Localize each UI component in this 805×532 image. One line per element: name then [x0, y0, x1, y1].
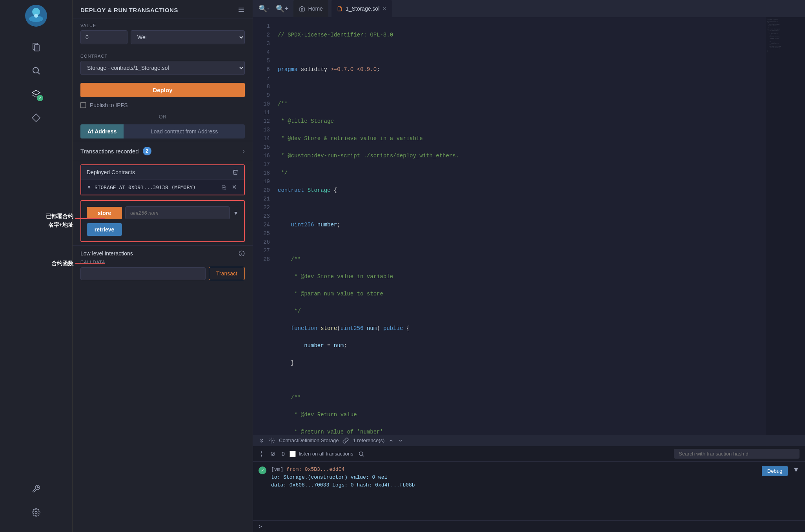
info-icon: [239, 250, 245, 257]
breadcrumb-up-icon[interactable]: [388, 438, 394, 443]
file-tab-icon: [337, 6, 342, 11]
transactions-chevron-icon: ›: [243, 148, 245, 155]
deploy-button[interactable]: Deploy: [80, 83, 245, 97]
tab-file-label: 1_Storage.sol: [346, 5, 379, 12]
terminal-expand-icon[interactable]: ⟨: [259, 449, 264, 458]
debug-button[interactable]: Debug: [762, 466, 788, 476]
terminal-content: ✓ [vm] from: 0x5B3...eddC4 to: Storage.(…: [253, 462, 805, 520]
terminal-search-icon: [358, 451, 364, 457]
svg-point-15: [359, 452, 362, 455]
svg-point-14: [271, 440, 273, 441]
log-from: from: 0x5B3...eddC4: [286, 466, 344, 472]
calldata-label: CALLDATA: [80, 260, 245, 264]
svg-rect-5: [35, 45, 39, 51]
tab-file[interactable]: 1_Storage.sol ✕: [331, 0, 392, 17]
code-editor[interactable]: // SPDX-License-Identifier: GPL-3.0 prag…: [275, 17, 766, 435]
deploy-panel-title: DEPLOY & RUN TRANSACTIONS: [80, 7, 178, 13]
terminal-toolbar: ⟨ ⊘ 0 listen on all transactions: [253, 446, 805, 462]
contract-name: STORAGE AT 0XD91...39138 (MEMORY): [95, 184, 217, 190]
value-label: VALUE: [80, 23, 245, 28]
log-text: [vm] from: 0x5B3...eddC4 to: Storage.(co…: [271, 466, 757, 489]
log-row: ✓ [vm] from: 0x5B3...eddC4 to: Storage.(…: [259, 466, 800, 489]
low-level-header: Low level interactions: [80, 250, 245, 257]
menu-icon[interactable]: [238, 6, 245, 13]
deployed-contracts-title: Deployed Contracts: [87, 169, 135, 175]
zoom-in-button[interactable]: 🔍+: [274, 3, 290, 15]
address-row: At Address Load contract from Address: [80, 124, 245, 138]
breadcrumb-down-icon[interactable]: [398, 438, 403, 443]
or-divider: OR: [73, 111, 253, 122]
log-expand-button[interactable]: ▼: [792, 466, 800, 474]
breadcrumb-contract: ContractDefinition Storage: [279, 437, 339, 443]
terminal-count: 0: [282, 451, 285, 457]
terminal-prompt[interactable]: >: [253, 520, 805, 532]
wrench-sidebar-icon[interactable]: [27, 480, 45, 497]
line-numbers: 12345 678910 1112131415 1617181920 21222…: [253, 17, 275, 435]
diamond-sidebar-icon[interactable]: [27, 109, 45, 126]
value-section: VALUE Wei: [73, 18, 253, 49]
listen-label: listen on all transactions: [299, 451, 353, 457]
load-contract-button[interactable]: Load contract from Address: [124, 124, 245, 138]
deploy-badge: ✓: [37, 95, 43, 101]
copy-address-button[interactable]: ⎘: [220, 183, 227, 191]
contract-label: CONTRACT: [80, 54, 245, 58]
breadcrumb-expand-icon[interactable]: [259, 437, 265, 444]
zoom-out-button[interactable]: 🔍-: [257, 3, 271, 15]
retrieve-button[interactable]: retrieve: [87, 223, 122, 236]
editor-content: 12345 678910 1112131415 1617181920 21222…: [253, 17, 805, 435]
tab-close-icon[interactable]: ✕: [382, 6, 386, 11]
deployed-contract-row: ▼ STORAGE AT 0XD91...39138 (MEMORY) ⎘ ✕: [81, 179, 244, 195]
tab-home-label: Home: [308, 5, 323, 12]
terminal-search-input[interactable]: [674, 449, 800, 459]
at-address-button[interactable]: At Address: [80, 124, 124, 138]
tab-home[interactable]: Home: [293, 0, 328, 17]
publish-row: Publish to IPFS: [73, 100, 253, 111]
store-row: store ▼: [87, 206, 239, 219]
publish-label: Publish to IPFS: [90, 102, 128, 108]
log-success-icon: ✓: [259, 466, 266, 474]
log-to: to: Storage.(constructor) value: 0 wei: [271, 474, 387, 480]
svg-point-3: [34, 14, 38, 18]
value-input[interactable]: [80, 30, 127, 44]
search-sidebar-icon[interactable]: [27, 62, 45, 79]
svg-point-6: [33, 67, 38, 73]
store-param-input[interactable]: [125, 206, 230, 219]
breadcrumb-block-icon: [269, 437, 275, 444]
calldata-input[interactable]: [80, 267, 206, 280]
home-tab-icon: [299, 5, 305, 12]
listen-checkbox[interactable]: [290, 451, 296, 457]
transactions-badge: 2: [143, 147, 151, 155]
annotation-functions: 合约函数: [5, 259, 73, 268]
trash-icon[interactable]: [232, 169, 239, 175]
transactions-row[interactable]: Transactions recorded 2 ›: [73, 141, 253, 161]
editor-minimap: // SPDX-License pragma solidity /** * @t…: [766, 17, 805, 435]
publish-checkbox[interactable]: [80, 102, 86, 108]
transact-button[interactable]: Transact: [209, 267, 245, 280]
low-level-section: Low level interactions CALLDATA Transact: [73, 245, 253, 285]
value-unit-select[interactable]: Wei: [131, 30, 245, 44]
store-button[interactable]: store: [87, 207, 122, 219]
app-logo: [24, 4, 48, 27]
annotation-arrow-2: [75, 263, 105, 264]
contract-select[interactable]: Storage - contracts/1_Storage.sol: [80, 61, 245, 75]
terminal-area: ⟨ ⊘ 0 listen on all transactions ✓ [v: [253, 446, 805, 532]
low-level-title: Low level interactions: [80, 250, 133, 257]
breadcrumb-ref: 1 reference(s): [353, 437, 384, 443]
minimap-content: // SPDX-License pragma solidity /** * @t…: [766, 17, 805, 53]
deployed-contracts-section: Deployed Contracts ▼ STORAGE AT 0XD91...…: [80, 164, 245, 195]
transactions-label: Transactions recorded: [80, 148, 139, 155]
annotation-deployed: 已部署合约 名字+地址: [5, 212, 73, 230]
contract-chevron-icon: ▼: [87, 184, 91, 190]
svg-point-7: [35, 511, 37, 514]
terminal-clear-icon[interactable]: ⊘: [269, 449, 277, 458]
remove-contract-button[interactable]: ✕: [230, 183, 239, 191]
param-chevron-icon: ▼: [233, 210, 239, 216]
terminal-listen-row: listen on all transactions: [290, 451, 353, 457]
editor-topbar: 🔍- 🔍+ Home 1_Storage.sol ✕: [253, 0, 805, 17]
settings-sidebar-icon[interactable]: [27, 504, 45, 521]
log-data: data: 0x608...70033 logs: 0 hash: 0xd4f.…: [271, 482, 415, 488]
files-sidebar-icon[interactable]: [27, 38, 45, 56]
deploy-sidebar-icon[interactable]: ✓: [27, 86, 45, 103]
deploy-panel: DEPLOY & RUN TRANSACTIONS VALUE Wei CONT…: [73, 0, 253, 532]
editor-area: 🔍- 🔍+ Home 1_Storage.sol ✕: [253, 0, 805, 532]
